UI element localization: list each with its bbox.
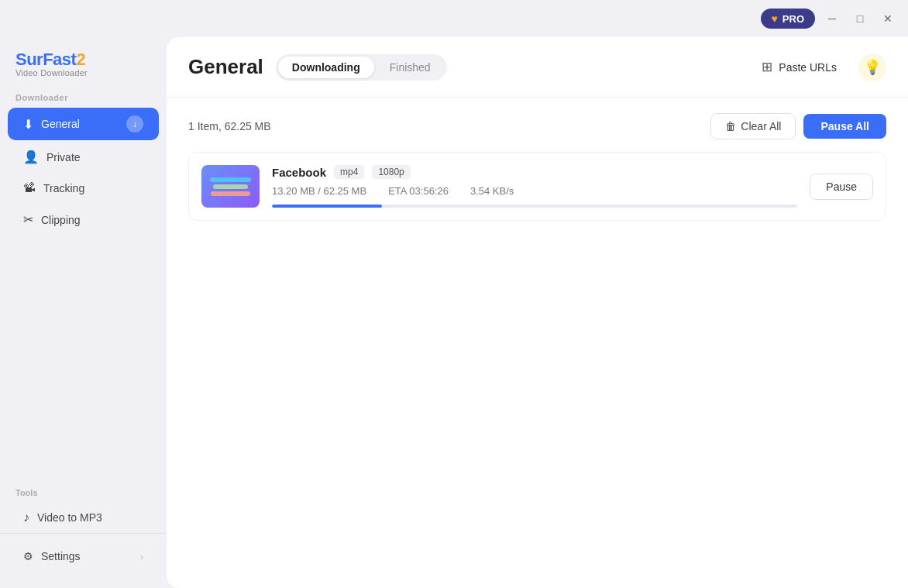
paste-urls-button[interactable]: ⊞ Paste URLs (749, 53, 849, 81)
light-bulb-icon: 💡 (864, 59, 881, 76)
trash-icon: 🗑 (725, 120, 736, 132)
music-icon: ♪ (23, 511, 29, 524)
main-content: General Downloading Finished ⊞ Paste URL… (167, 37, 908, 588)
sidebar-general-label: General (41, 118, 119, 130)
size-text: 13.20 MB / 62.25 MB (272, 185, 366, 197)
sidebar: SurFast2 Video Downloader Downloader ⬇ G… (0, 37, 167, 588)
download-name: Facebook (272, 166, 326, 179)
close-button[interactable]: ✕ (877, 8, 899, 29)
theme-toggle-button[interactable]: 💡 (858, 53, 886, 81)
progress-bar-container (272, 205, 797, 208)
download-info: Facebook mp4 1080p 13.20 MB / 62.25 MB E… (272, 165, 797, 208)
private-icon: 👤 (23, 150, 39, 164)
thumbnail-image (201, 165, 260, 208)
sidebar-bottom: ⚙ Settings › (0, 533, 167, 579)
thumb-bar-3 (211, 191, 249, 196)
tab-downloading[interactable]: Downloading (278, 57, 374, 78)
toolbar-row: 1 Item, 62.25 MB 🗑 Clear All Pause All (188, 113, 886, 139)
paste-urls-label: Paste URLs (779, 61, 837, 74)
logo-area: SurFast2 Video Downloader (0, 46, 167, 93)
logo-two: 2 (76, 50, 85, 69)
tab-finished[interactable]: Finished (376, 57, 445, 78)
chevron-right-icon: › (140, 551, 143, 562)
sidebar-item-video-to-mp3[interactable]: ♪ Video to MP3 (8, 503, 159, 532)
pause-button[interactable]: Pause (810, 174, 873, 200)
paste-icon: ⊞ (762, 59, 772, 75)
sidebar-item-private[interactable]: 👤 Private (8, 142, 159, 172)
app-body: SurFast2 Video Downloader Downloader ⬇ G… (0, 37, 908, 588)
download-card: Facebook mp4 1080p 13.20 MB / 62.25 MB E… (188, 152, 886, 221)
resolution-badge: 1080p (372, 165, 410, 179)
heart-icon: ♥ (772, 12, 778, 25)
download-title-row: Facebook mp4 1080p (272, 165, 797, 179)
pause-all-button[interactable]: Pause All (803, 114, 886, 139)
speed-text: 3.54 KB/s (470, 185, 514, 197)
clear-all-label: Clear All (741, 120, 781, 132)
pro-badge: ♥ PRO (761, 9, 815, 29)
settings-icon: ⚙ (23, 550, 33, 562)
download-thumbnail (201, 165, 260, 208)
page-title: General (188, 55, 263, 79)
minimize-button[interactable]: ─ (821, 8, 843, 29)
content-area: 1 Item, 62.25 MB 🗑 Clear All Pause All (167, 98, 908, 588)
item-count: 1 Item, 62.25 MB (188, 120, 271, 132)
tools-section-label: Tools (0, 488, 167, 497)
format-badge: mp4 (334, 165, 364, 179)
close-icon: ✕ (883, 12, 893, 25)
download-arrow-icon: ↓ (126, 115, 143, 132)
sidebar-item-clipping[interactable]: ✂ Clipping (8, 205, 159, 235)
clipping-icon: ✂ (23, 212, 33, 227)
progress-bar-fill (272, 205, 382, 208)
thumb-bar-2 (213, 184, 247, 189)
sidebar-item-general[interactable]: ⬇ General ↓ (8, 108, 159, 140)
settings-label: Settings (41, 550, 81, 562)
minimize-icon: ─ (828, 12, 836, 25)
logo-brand: SurFast (15, 50, 76, 69)
clear-all-button[interactable]: 🗑 Clear All (710, 113, 796, 139)
sidebar-private-label: Private (46, 151, 143, 163)
sidebar-clipping-label: Clipping (41, 214, 143, 226)
main-header: General Downloading Finished ⊞ Paste URL… (167, 37, 908, 98)
logo: SurFast2 (15, 50, 151, 70)
logo-sub: Video Downloader (15, 68, 151, 77)
pro-label: PRO (782, 13, 804, 25)
toolbar-actions: 🗑 Clear All Pause All (710, 113, 886, 139)
maximize-button[interactable]: □ (849, 8, 871, 29)
settings-item[interactable]: ⚙ Settings › (8, 542, 159, 570)
titlebar: ♥ PRO ─ □ ✕ (0, 0, 908, 37)
download-icon: ⬇ (23, 117, 33, 132)
tracking-icon: 📽 (23, 181, 36, 195)
downloader-section-label: Downloader (0, 93, 167, 102)
sidebar-item-tracking[interactable]: 📽 Tracking (8, 174, 159, 203)
sidebar-video-mp3-label: Video to MP3 (37, 511, 143, 524)
header-right: ⊞ Paste URLs 💡 (749, 53, 886, 81)
download-meta: 13.20 MB / 62.25 MB ETA 03:56:26 3.54 KB… (272, 185, 797, 197)
eta-text: ETA 03:56:26 (388, 185, 449, 197)
thumb-bar-1 (210, 177, 251, 182)
tab-group: Downloading Finished (276, 54, 447, 81)
sidebar-tracking-label: Tracking (43, 182, 143, 194)
maximize-icon: □ (857, 12, 863, 25)
